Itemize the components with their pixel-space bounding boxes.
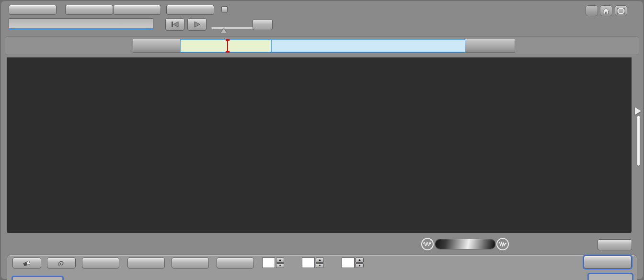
- share-screenshot-button[interactable]: [584, 256, 632, 269]
- overview-strip[interactable]: [133, 39, 515, 53]
- beat-layer: [7, 57, 632, 233]
- amplitude-slider-thumb[interactable]: [635, 107, 641, 115]
- home-icon: [602, 8, 610, 14]
- overview-playhead[interactable]: [227, 39, 228, 53]
- amplitude-slider-track[interactable]: [637, 116, 640, 166]
- speed-slider-thumb[interactable]: [221, 28, 227, 33]
- playback-cursor: [7, 57, 7, 233]
- page-flip-checkbox[interactable]: [221, 6, 228, 12]
- zoom-out-button[interactable]: [421, 238, 434, 250]
- measure-shift-input[interactable]: [342, 258, 355, 268]
- wave-expand-icon: [498, 241, 507, 247]
- pickup-beats-input[interactable]: [302, 258, 315, 268]
- tab-spectrum[interactable]: [113, 5, 161, 15]
- play-icon: [193, 21, 201, 28]
- load-button[interactable]: [217, 258, 254, 269]
- tab-beat-mark[interactable]: [166, 5, 214, 15]
- eraser-icon: [22, 260, 32, 267]
- move-hand-icon: [57, 259, 66, 267]
- beats-per-measure-stepper: ▲▼: [276, 258, 284, 268]
- skip-start-button[interactable]: [165, 18, 184, 31]
- play-button[interactable]: [187, 18, 207, 31]
- overview-canvas[interactable]: [133, 39, 516, 53]
- app-window: ▲▼ ▲▼ ▲▼: [0, 0, 644, 280]
- tab-waveform[interactable]: [65, 5, 113, 15]
- pickup-beats-stepper: ▲▼: [316, 258, 324, 268]
- speed-slider-track[interactable]: [211, 27, 253, 29]
- move-button[interactable]: [47, 258, 76, 269]
- stepper-up-icon[interactable]: ▲: [356, 258, 364, 263]
- stepper-down-icon[interactable]: ▼: [276, 263, 284, 269]
- zoom-slider[interactable]: [435, 239, 495, 249]
- bottom-key-highlighted[interactable]: [12, 277, 63, 280]
- measure-shift-stepper: ▲▼: [356, 258, 364, 268]
- fullscreen-button[interactable]: [615, 5, 627, 16]
- snapshot-button[interactable]: [598, 239, 632, 250]
- erase-button[interactable]: [12, 258, 41, 269]
- fullscreen-icon: [617, 8, 625, 14]
- stepper-down-icon[interactable]: ▼: [316, 263, 324, 269]
- share-screenshot-button-2[interactable]: [588, 274, 632, 280]
- beats-per-measure-input[interactable]: [262, 258, 275, 268]
- home-button[interactable]: [600, 5, 612, 16]
- snap-button[interactable]: [127, 258, 165, 269]
- stepper-down-icon[interactable]: ▼: [356, 263, 364, 269]
- stepper-up-icon[interactable]: ▲: [276, 258, 284, 263]
- skip-start-icon: [171, 21, 179, 28]
- delete-button[interactable]: [82, 258, 119, 269]
- tab-upload-music[interactable]: [9, 5, 57, 15]
- wave-compress-icon: [423, 241, 432, 247]
- stepper-up-icon[interactable]: ▲: [316, 258, 324, 263]
- waveform-area[interactable]: [7, 57, 632, 233]
- song-title-input[interactable]: [9, 18, 153, 30]
- save-button[interactable]: [172, 258, 209, 269]
- zoom-in-button[interactable]: [496, 238, 509, 250]
- reset-button[interactable]: [253, 19, 273, 30]
- version-badge: [586, 5, 598, 16]
